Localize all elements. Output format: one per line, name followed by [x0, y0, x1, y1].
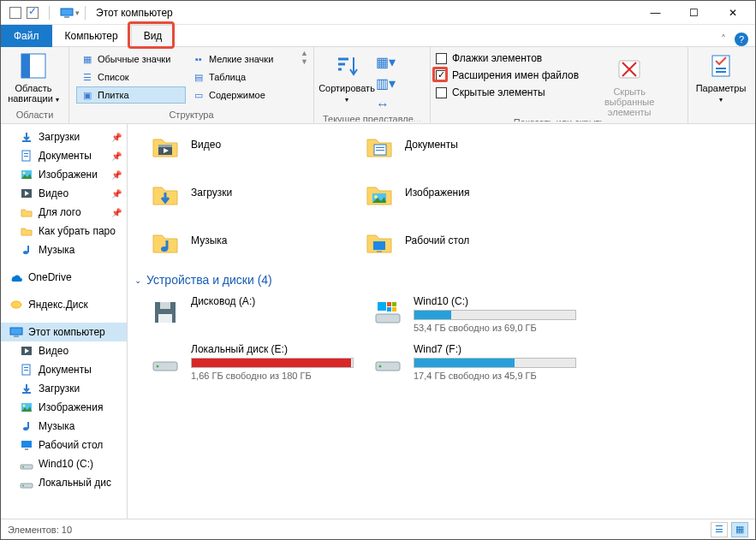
ribbon-group-show-hide: Флажки элементов Расширения имен файлов … — [431, 47, 688, 123]
title-separator — [85, 6, 86, 20]
navigation-pane-button[interactable]: Область навигации ▾ — [6, 49, 61, 104]
content-pane[interactable]: ВидеоЗагрузкиМузыка ДокументыИзображения… — [128, 124, 755, 519]
documents-folder-icon — [362, 128, 396, 162]
layout-content[interactable]: ▭Содержимое — [188, 86, 297, 104]
pin-icon: 📌 — [111, 208, 122, 217]
svg-rect-11 — [24, 156, 28, 157]
nav-thispc-child[interactable]: Видео — [1, 341, 127, 360]
this-pc-icon — [9, 325, 23, 339]
layout-small-icons[interactable]: ▪▪Мелкие значки — [188, 50, 297, 68]
documents-icon — [20, 363, 33, 377]
folder-tile[interactable]: Музыка — [148, 220, 362, 261]
nav-thispc-child[interactable]: Музыка — [1, 417, 127, 436]
nav-thispc-child[interactable]: Изображения — [1, 398, 127, 417]
checkbox-hidden-items[interactable]: Скрытые элементы — [436, 86, 579, 98]
svg-rect-23 — [22, 392, 31, 394]
close-button[interactable]: ✕ — [713, 1, 752, 25]
nav-thispc-child[interactable]: Локальный дис — [1, 473, 127, 492]
pin-icon: 📌 — [111, 170, 122, 180]
maximize-button[interactable]: ☐ — [675, 1, 713, 25]
nav-quick-item[interactable]: Документы📌 — [1, 146, 127, 165]
downloads-icon — [20, 382, 33, 395]
nav-thispc-child[interactable]: Рабочий стол — [1, 436, 127, 454]
group-by-icon[interactable]: ▦▾ — [376, 54, 396, 70]
drive-tile[interactable]: Wind7 (F:)17,4 ГБ свободно из 45,9 ГБ — [371, 343, 576, 381]
ribbon: Область навигации ▾ Области ▦Обычные зна… — [1, 47, 755, 124]
desktop-folder-icon — [362, 223, 396, 258]
layout-list[interactable]: ☰Список — [76, 68, 186, 86]
nav-quick-item[interactable]: Изображени📌 — [1, 165, 127, 184]
svg-rect-42 — [377, 251, 382, 252]
nav-quick-item[interactable]: Как убрать паро — [1, 222, 127, 240]
size-columns-icon[interactable]: ↔ — [376, 97, 396, 112]
layout-tiles[interactable]: ▣Плитка — [76, 86, 186, 104]
qat-button-1[interactable] — [9, 7, 21, 19]
nav-onedrive[interactable]: OneDrive — [1, 268, 127, 287]
help-icon[interactable]: ? — [735, 33, 748, 46]
title-bar: ▾ Этот компьютер — ☐ ✕ — [1, 1, 755, 25]
folder-icon — [20, 205, 33, 219]
floppy-icon — [148, 295, 182, 329]
nav-thispc-child[interactable]: Wind10 (C:) — [1, 454, 127, 473]
svg-rect-17 — [10, 328, 22, 335]
svg-rect-3 — [21, 54, 30, 78]
folders-section: ВидеоЗагрузкиМузыка ДокументыИзображения… — [134, 124, 748, 261]
qat-dropdown-icon[interactable]: ▾ — [75, 9, 80, 17]
svg-rect-21 — [24, 367, 28, 368]
drive-tile[interactable]: Wind10 (C:)53,4 ГБ свободно из 69,0 ГБ — [371, 295, 576, 333]
hide-selected-button[interactable]: Скрыть выбранные элементы — [591, 52, 668, 117]
nav-quick-item[interactable]: Видео📌 — [1, 184, 127, 203]
video-icon — [20, 344, 33, 358]
nav-this-pc[interactable]: Этот компьютер — [1, 323, 127, 341]
nav-item-label: Видео — [39, 187, 68, 199]
layout-table[interactable]: ▤Таблица — [188, 68, 297, 86]
svg-rect-44 — [160, 302, 170, 309]
options-button[interactable]: Параметры▾ — [693, 49, 748, 104]
nav-thispc-child[interactable]: Загрузки — [1, 379, 127, 398]
nav-yandex-disk[interactable]: Яндекс.Диск — [1, 295, 127, 314]
nav-quick-item[interactable]: Для лого📌 — [1, 203, 127, 222]
drive-tile[interactable]: Дисковод (A:) — [148, 295, 354, 333]
ribbon-collapse-icon[interactable]: ˄ — [721, 33, 726, 45]
svg-rect-50 — [387, 307, 391, 312]
drive-tile[interactable]: Локальный диск (E:)1,66 ГБ свободно из 1… — [148, 343, 354, 381]
nav-quick-item[interactable]: Музыка — [1, 240, 127, 259]
drive-usage-bar — [191, 358, 354, 368]
nav-quick-item[interactable]: Загрузки📌 — [1, 128, 127, 146]
svg-rect-51 — [392, 307, 396, 312]
view-thumbnails-button[interactable]: ▦ — [731, 522, 748, 537]
pin-icon: 📌 — [111, 151, 122, 161]
nav-item-label: Музыка — [39, 244, 74, 256]
svg-rect-8 — [22, 140, 31, 142]
svg-point-16 — [11, 301, 21, 308]
folder-tile[interactable]: Рабочий стол — [362, 220, 576, 261]
nav-item-label: Документы — [39, 150, 92, 162]
folder-tile[interactable]: Изображения — [362, 172, 576, 213]
documents-icon — [20, 149, 33, 163]
layout-scroll[interactable]: ▲▼ — [299, 49, 310, 66]
checkbox-file-extensions[interactable]: Расширения имен файлов — [436, 69, 579, 81]
tab-computer[interactable]: Компьютер — [52, 25, 131, 47]
qat-button-2[interactable] — [27, 7, 39, 19]
nav-thispc-child[interactable]: Документы — [1, 360, 127, 379]
checkbox-item-checkboxes[interactable]: Флажки элементов — [436, 52, 579, 64]
svg-point-32 — [22, 485, 24, 487]
drive-free-text: 17,4 ГБ свободно из 45,9 ГБ — [414, 371, 576, 381]
hdd-icon — [371, 343, 405, 377]
view-details-button[interactable]: ☰ — [711, 522, 728, 537]
nav-item-label: Загрузки — [39, 383, 80, 395]
folder-tile[interactable]: Загрузки — [148, 172, 362, 213]
sort-button[interactable]: Сортировать ▾ — [319, 49, 374, 104]
add-columns-icon[interactable]: ▥▾ — [376, 75, 396, 92]
folder-tile[interactable]: Видео — [148, 124, 362, 165]
svg-rect-27 — [21, 441, 32, 448]
folder-tile[interactable]: Документы — [362, 124, 576, 165]
drives-group-header[interactable]: ⌄ Устройства и диски (4) — [134, 273, 748, 287]
tab-file[interactable]: Файл — [1, 25, 52, 47]
desktop-icon — [20, 438, 33, 452]
svg-rect-7 — [716, 71, 726, 73]
tab-view[interactable]: Вид — [131, 25, 176, 47]
layout-normal-icons[interactable]: ▦Обычные значки — [76, 50, 186, 68]
minimize-button[interactable]: — — [636, 1, 675, 25]
ribbon-group-layout-label: Структура — [74, 110, 308, 122]
